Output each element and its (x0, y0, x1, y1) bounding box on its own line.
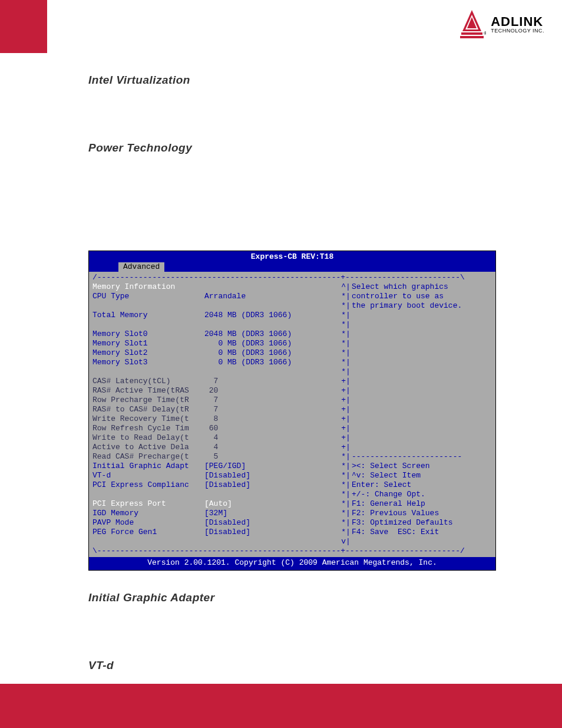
peg-value[interactable]: [Disabled] (204, 528, 340, 537)
vtd-value[interactable]: [Disabled] (204, 471, 340, 480)
slot1-value: 0 MB (DDR3 1066) (204, 339, 340, 348)
write-recovery-value: 8 (204, 414, 340, 424)
bios-body: /---------------------------------------… (89, 272, 495, 557)
read-cas-label: Read CAS# Precharge(t (92, 452, 204, 462)
pci-complianc-value[interactable]: [Disabled] (204, 480, 340, 490)
heading-vt-d: VT-d (88, 659, 497, 672)
svg-text:®: ® (484, 31, 486, 36)
igd-memory-label[interactable]: IGD Memory (92, 509, 204, 518)
ras-cas-value: 7 (204, 405, 340, 414)
slot0-value: 2048 MB (DDR3 1066) (204, 330, 340, 339)
bios-section-header: Memory Information (92, 282, 204, 292)
row-precharge-value: 7 (204, 396, 340, 405)
nav-select-screen: ><: Select Screen (352, 462, 475, 471)
bios-tab-bar: Advanced (89, 262, 495, 272)
slot1-label: Memory Slot1 (92, 339, 204, 348)
cpu-type-value: Arrandale (204, 292, 340, 301)
help-line1: Select which graphics (352, 282, 475, 292)
heading-intel-virtualization: Intel Virtualization (88, 74, 497, 87)
help-line2: controller to use as (352, 292, 475, 301)
bios-screen: Express-CB REV:T18 Advanced /-----------… (88, 251, 496, 571)
help-line3: the primary boot device. (352, 301, 475, 311)
cas-latency-value: 7 (204, 377, 340, 386)
pci-port-label[interactable]: PCI Express Port (92, 499, 204, 509)
adlink-triangle-icon: ® (458, 9, 486, 39)
corner-red-block (0, 0, 47, 53)
row-precharge-label: Row Precharge Time(tR (92, 396, 204, 405)
nav-save-exit: F4: Save ESC: Exit (352, 528, 475, 537)
bios-footer: Version 2.00.1201. Copyright (C) 2009 Am… (89, 557, 495, 570)
nav-enter: Enter: Select (352, 480, 475, 490)
wtr-delay-label: Write to Read Delay(t (92, 433, 204, 443)
vtd-label[interactable]: VT-d (92, 471, 204, 480)
logo-brand-text: ADLINK (491, 15, 544, 28)
pavp-label[interactable]: PAVP Mode (92, 518, 204, 528)
page-content: Intel Virtualization Power Technology Ex… (88, 74, 497, 683)
total-memory-label: Total Memory (92, 311, 204, 320)
nav-opt-defaults: F3: Optimized Defaults (352, 518, 475, 528)
cas-latency-label: CAS# Latency(tCL) (92, 377, 204, 386)
bios-title: Express-CB REV:T18 (89, 251, 495, 262)
logo-tagline-text: TECHNOLOGY INC. (491, 28, 544, 34)
active-active-label: Active to Active Dela (92, 443, 204, 452)
nav-general-help: F1: General Help (352, 499, 475, 509)
ras-active-value: 20 (204, 386, 340, 396)
nav-select-item: ^v: Select Item (352, 471, 475, 480)
slot3-label: Memory Slot3 (92, 358, 204, 367)
slot2-label: Memory Slot2 (92, 348, 204, 358)
wtr-delay-value: 4 (204, 433, 340, 443)
read-cas-value: 5 (204, 452, 340, 462)
frame-bottom: \---------------------------------------… (92, 546, 492, 556)
pci-complianc-label[interactable]: PCI Express Complianc (92, 480, 204, 490)
nav-prev-values: F2: Previous Values (352, 509, 475, 518)
row-refresh-label: Row Refresh Cycle Tim (92, 424, 204, 433)
pavp-value[interactable]: [Disabled] (204, 518, 340, 528)
slot0-label: Memory Slot0 (92, 330, 204, 339)
write-recovery-label: Write Recovery Time(t (92, 414, 204, 424)
iga-label[interactable]: Initial Graphic Adapt (92, 462, 204, 471)
footer-red-band (0, 684, 562, 728)
bios-tab-advanced[interactable]: Advanced (118, 262, 164, 272)
heading-initial-graphic-adapter: Initial Graphic Adapter (88, 591, 497, 604)
ras-active-label: RAS# Active Time(tRAS (92, 386, 204, 396)
heading-power-technology: Power Technology (88, 141, 497, 154)
igd-memory-value[interactable]: [32M] (204, 509, 340, 518)
iga-value[interactable]: [PEG/IGD] (204, 462, 340, 471)
slot2-value: 0 MB (DDR3 1066) (204, 348, 340, 358)
slot3-value: 0 MB (DDR3 1066) (204, 358, 340, 367)
ras-cas-label: RAS# to CAS# Delay(tR (92, 405, 204, 414)
nav-change-opt: +/-: Change Opt. (352, 490, 475, 499)
cpu-type-label: CPU Type (92, 292, 204, 301)
frame-top: /---------------------------------------… (92, 273, 492, 282)
total-memory-value: 2048 MB (DDR3 1066) (204, 311, 340, 320)
adlink-logo: ® ADLINK TECHNOLOGY INC. (458, 9, 544, 39)
peg-label[interactable]: PEG Force Gen1 (92, 528, 204, 537)
row-refresh-value: 60 (204, 424, 340, 433)
pci-port-value[interactable]: [Auto] (204, 499, 340, 509)
active-active-value: 4 (204, 443, 340, 452)
help-divider: ------------------------ (352, 452, 475, 462)
